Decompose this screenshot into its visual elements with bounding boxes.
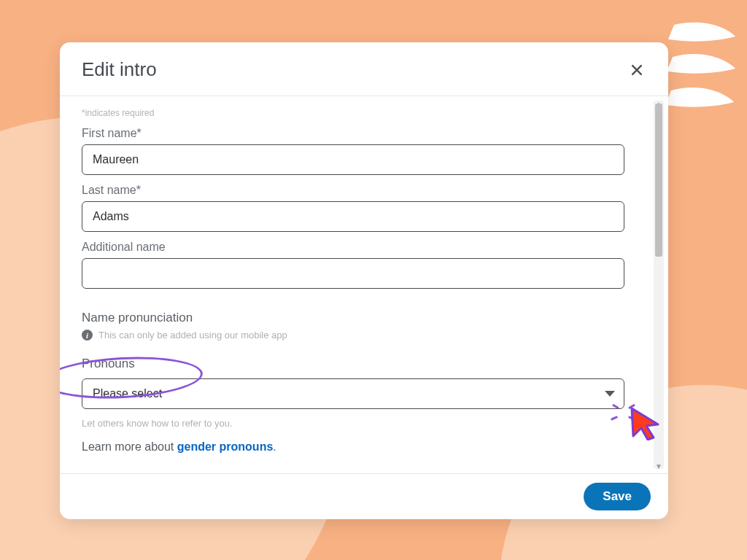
pronouns-helper-text: Let others know how to refer to you.: [82, 418, 646, 429]
pronunciation-info-text: This can only be added using our mobile …: [98, 330, 287, 341]
stage: Edit intro *indicates required First nam…: [0, 0, 747, 560]
learn-more-prefix: Learn more about: [82, 440, 177, 453]
edit-intro-modal: Edit intro *indicates required First nam…: [60, 42, 668, 519]
scrollbar-thumb[interactable]: [655, 104, 662, 257]
last-name-label: Last name*: [82, 184, 646, 197]
pronunciation-info-row: i This can only be added using our mobil…: [82, 330, 646, 341]
pronunciation-heading: Name pronunciation: [82, 311, 646, 325]
modal-body: *indicates required First name* Last nam…: [60, 96, 668, 473]
learn-more-line: Learn more about gender pronouns.: [82, 440, 646, 454]
scrollbar[interactable]: ▲ ▼: [654, 101, 664, 469]
info-icon: i: [82, 330, 93, 341]
modal-title: Edit intro: [82, 58, 157, 81]
modal-footer: Save: [60, 473, 668, 519]
first-name-input[interactable]: [82, 144, 624, 175]
pronouns-select-value: Please select: [93, 387, 162, 400]
scroll-down-icon[interactable]: ▼: [654, 462, 664, 470]
required-note: *indicates required: [82, 108, 646, 118]
additional-name-label: Additional name: [82, 241, 646, 254]
first-name-label: First name*: [82, 127, 646, 140]
close-icon: [630, 63, 644, 77]
close-button[interactable]: [626, 59, 648, 81]
brand-stripes-icon: [659, 20, 740, 137]
gender-pronouns-link[interactable]: gender pronouns: [177, 440, 274, 453]
pronouns-select[interactable]: Please select: [82, 378, 624, 409]
pronouns-heading: Pronouns: [82, 357, 646, 371]
learn-more-period: .: [273, 440, 276, 453]
last-name-input[interactable]: [82, 201, 624, 232]
caret-down-icon: [605, 391, 615, 397]
additional-name-input[interactable]: [82, 258, 624, 289]
save-button[interactable]: Save: [584, 483, 651, 510]
modal-header: Edit intro: [60, 42, 668, 96]
